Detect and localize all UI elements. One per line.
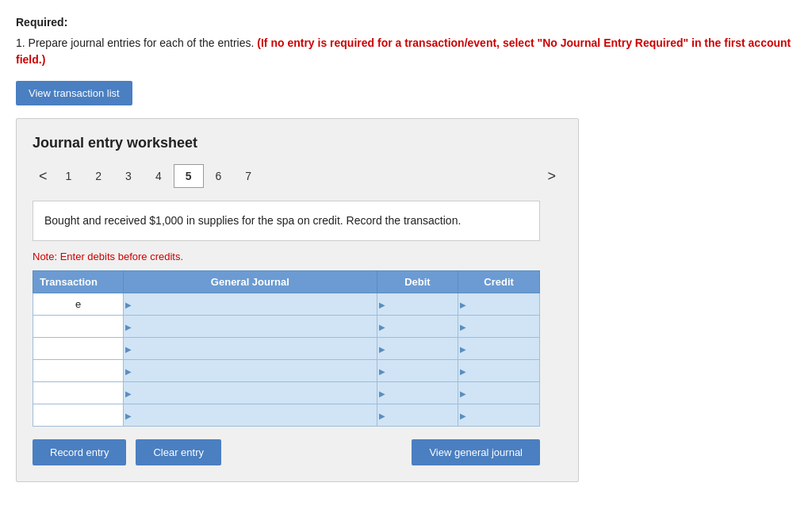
debit-input-0[interactable] bbox=[377, 293, 458, 315]
journal-cell[interactable]: ▶ bbox=[124, 338, 377, 360]
debit-input-3[interactable] bbox=[377, 360, 458, 381]
transaction-cell bbox=[33, 316, 124, 338]
journal-cell[interactable]: ▶ bbox=[124, 382, 377, 404]
col-debit: Debit bbox=[377, 271, 458, 293]
note-text: Note: Enter debits before credits. bbox=[33, 251, 562, 262]
instruction-prefix: 1. Prepare journal entries for each of t… bbox=[16, 36, 257, 49]
tab-2-button[interactable]: 2 bbox=[83, 164, 113, 188]
credit-cell[interactable]: ▶ bbox=[458, 293, 540, 316]
tab-navigation: < 1 2 3 4 5 6 7 > bbox=[33, 164, 562, 188]
required-label: Required: bbox=[16, 16, 796, 29]
arrow-indicator: ▶ bbox=[125, 389, 132, 397]
credit-cell[interactable]: ▶ bbox=[458, 316, 540, 338]
journal-input-1[interactable] bbox=[124, 316, 377, 337]
table-row: ▶ ▶ ▶ bbox=[33, 316, 540, 338]
button-row: Record entry Clear entry View general jo… bbox=[33, 439, 540, 465]
worksheet-title: Journal entry worksheet bbox=[33, 135, 562, 151]
arrow-indicator: ▶ bbox=[460, 411, 466, 419]
col-general-journal: General Journal bbox=[124, 271, 377, 293]
table-row: ▶ ▶ ▶ bbox=[33, 404, 540, 427]
clear-entry-button[interactable]: Clear entry bbox=[136, 439, 221, 465]
tab-7-button[interactable]: 7 bbox=[233, 164, 263, 188]
credit-cell[interactable]: ▶ bbox=[458, 404, 540, 427]
arrow-indicator: ▶ bbox=[460, 300, 466, 308]
arrow-indicator: ▶ bbox=[460, 366, 466, 375]
arrow-indicator: ▶ bbox=[379, 411, 385, 419]
credit-input-5[interactable] bbox=[458, 404, 539, 426]
debit-input-1[interactable] bbox=[377, 316, 458, 337]
transaction-cell: e bbox=[33, 293, 124, 316]
tab-6-button[interactable]: 6 bbox=[204, 164, 234, 188]
next-arrow-button[interactable]: > bbox=[541, 165, 562, 188]
credit-input-4[interactable] bbox=[458, 382, 539, 404]
credit-input-1[interactable] bbox=[458, 316, 539, 337]
arrow-indicator: ▶ bbox=[460, 389, 466, 397]
debit-cell[interactable]: ▶ bbox=[377, 293, 458, 316]
scenario-box: Bought and received $1,000 in supplies f… bbox=[33, 201, 540, 241]
credit-cell[interactable]: ▶ bbox=[458, 382, 540, 404]
transaction-cell bbox=[33, 404, 124, 427]
debit-cell[interactable]: ▶ bbox=[377, 360, 458, 382]
view-general-journal-button[interactable]: View general journal bbox=[412, 439, 540, 465]
prev-arrow-button[interactable]: < bbox=[33, 165, 54, 188]
arrow-indicator: ▶ bbox=[379, 300, 385, 308]
debit-cell[interactable]: ▶ bbox=[377, 404, 458, 427]
debit-input-5[interactable] bbox=[377, 404, 458, 426]
col-transaction: Transaction bbox=[33, 271, 124, 293]
transaction-cell bbox=[33, 360, 124, 382]
journal-cell[interactable]: ▶ bbox=[124, 316, 377, 338]
arrow-indicator: ▶ bbox=[125, 322, 132, 331]
journal-input-0[interactable] bbox=[124, 293, 377, 315]
view-transaction-list-button[interactable]: View transaction list bbox=[16, 81, 132, 105]
transaction-cell bbox=[33, 382, 124, 404]
arrow-indicator: ▶ bbox=[379, 322, 385, 331]
arrow-indicator: ▶ bbox=[125, 366, 132, 375]
journal-cell[interactable]: ▶ bbox=[124, 404, 377, 427]
worksheet-container: Journal entry worksheet < 1 2 3 4 5 6 7 … bbox=[16, 118, 579, 482]
debit-cell[interactable]: ▶ bbox=[377, 382, 458, 404]
arrow-indicator: ▶ bbox=[125, 300, 132, 308]
tab-3-button[interactable]: 3 bbox=[113, 164, 144, 188]
table-row: ▶ ▶ ▶ bbox=[33, 338, 540, 360]
debit-input-2[interactable] bbox=[377, 338, 458, 359]
arrow-indicator: ▶ bbox=[379, 366, 385, 375]
record-entry-button[interactable]: Record entry bbox=[33, 439, 126, 465]
tab-5-button[interactable]: 5 bbox=[174, 164, 204, 188]
debit-cell[interactable]: ▶ bbox=[377, 338, 458, 360]
arrow-indicator: ▶ bbox=[379, 344, 385, 353]
col-credit: Credit bbox=[458, 271, 540, 293]
journal-cell[interactable]: ▶ bbox=[124, 360, 377, 382]
table-row: e ▶ ▶ ▶ bbox=[33, 293, 540, 316]
table-row: ▶ ▶ ▶ bbox=[33, 360, 540, 382]
instruction: 1. Prepare journal entries for each of t… bbox=[16, 35, 796, 68]
arrow-indicator: ▶ bbox=[460, 322, 466, 331]
table-row: ▶ ▶ ▶ bbox=[33, 382, 540, 404]
tab-1-button[interactable]: 1 bbox=[54, 164, 84, 188]
journal-cell[interactable]: ▶ bbox=[124, 293, 377, 316]
arrow-indicator: ▶ bbox=[460, 344, 466, 353]
credit-input-2[interactable] bbox=[458, 338, 539, 359]
credit-cell[interactable]: ▶ bbox=[458, 338, 540, 360]
journal-table: Transaction General Journal Debit Credit… bbox=[33, 270, 540, 427]
credit-input-3[interactable] bbox=[458, 360, 539, 381]
journal-input-2[interactable] bbox=[124, 338, 377, 359]
credit-input-0[interactable] bbox=[458, 293, 539, 315]
debit-cell[interactable]: ▶ bbox=[377, 316, 458, 338]
scenario-text: Bought and received $1,000 in supplies f… bbox=[44, 214, 461, 227]
tab-4-button[interactable]: 4 bbox=[144, 164, 174, 188]
transaction-cell bbox=[33, 338, 124, 360]
arrow-indicator: ▶ bbox=[125, 344, 132, 353]
journal-input-5[interactable] bbox=[124, 404, 377, 426]
arrow-indicator: ▶ bbox=[379, 389, 385, 397]
arrow-indicator: ▶ bbox=[125, 411, 132, 419]
debit-input-4[interactable] bbox=[377, 382, 458, 404]
journal-input-4[interactable] bbox=[124, 382, 377, 404]
journal-input-3[interactable] bbox=[124, 360, 377, 381]
credit-cell[interactable]: ▶ bbox=[458, 360, 540, 382]
